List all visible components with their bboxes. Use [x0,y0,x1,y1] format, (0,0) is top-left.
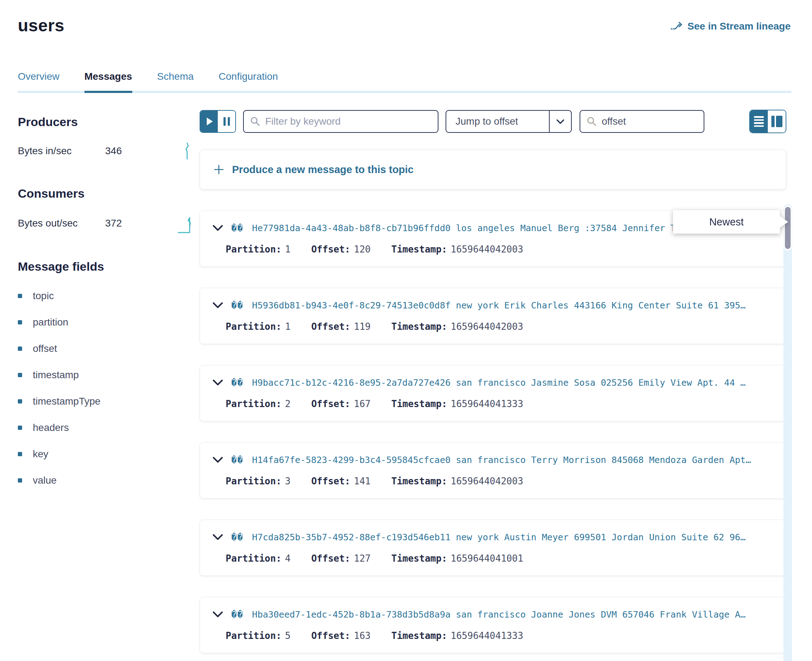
field-bullet-icon [18,320,22,324]
expand-chevron-icon[interactable] [213,302,223,309]
message-meta: Partition:1 Offset:119 Timestamp:1659644… [213,321,775,332]
expand-chevron-icon[interactable] [213,457,223,463]
message-summary: H14fa67fe-5823-4299-b3c4-595845cfcae0 sa… [252,455,751,465]
bytes-out-label: Bytes out/sec [18,217,105,229]
partition-value: 5 [285,631,291,641]
consumers-section: Consumers Bytes out/sec 372 [18,187,200,234]
list-view-icon [754,116,764,127]
message-summary: Hba30eed7-1edc-452b-8b1a-738d3b5d8a9a sa… [252,609,746,620]
timestamp-value: 1659644041001 [450,553,523,564]
field-item-topic[interactable]: topic [18,290,200,302]
timestamp-value: 1659644042003 [450,244,523,255]
play-icon [207,118,213,125]
expand-chevron-icon[interactable] [213,380,223,386]
offset-value: 167 [354,399,371,409]
message-fields-section: Message fields topic partition offset ti… [18,260,200,486]
field-bullet-icon [18,426,22,430]
undecodable-bytes: �� [231,377,243,388]
expand-chevron-icon[interactable] [213,225,223,232]
timestamp-value: 1659644041333 [450,399,523,409]
messages-panel: Jump to offset [200,93,786,653]
partition-value: 1 [285,321,291,332]
bytes-in-label: Bytes in/sec [18,145,105,157]
field-item-offset[interactable]: offset [18,343,200,354]
keyword-filter-input[interactable] [265,116,431,127]
field-item-partition[interactable]: partition [18,317,200,328]
newest-tooltip: Newest [673,210,780,234]
field-item-headers[interactable]: headers [18,422,200,433]
message-summary: He77981da-4a43-48ab-b8f8-cb71b96ffdd0 lo… [252,223,708,233]
consumers-heading: Consumers [18,187,200,201]
offset-value: 163 [354,631,371,641]
tab-overview[interactable]: Overview [18,71,59,93]
tab-schema[interactable]: Schema [157,71,194,93]
message-fields-list: topic partition offset timestamp timesta… [18,290,200,486]
offset-value: 127 [354,553,371,564]
field-item-key[interactable]: key [18,449,200,460]
offset-search [580,110,704,133]
message-row[interactable]: �� Hba30eed7-1edc-452b-8b1a-738d3b5d8a9a… [200,597,786,653]
page-header: users See in Stream lineage [0,0,812,35]
bytes-in-metric: Bytes in/sec 346 [18,141,200,161]
jump-to-offset-select[interactable]: Jump to offset [445,110,572,133]
live-consume-toggle [200,110,236,133]
view-mode-toggle [749,110,786,133]
offset-search-input[interactable] [602,116,730,127]
message-row[interactable]: �� H7cda825b-35b7-4952-88ef-c193d546eb11… [200,520,786,576]
undecodable-bytes: �� [231,455,243,465]
message-row[interactable]: �� H5936db81-b943-4e0f-8c29-74513e0c0d8f… [200,288,786,344]
undecodable-bytes: �� [231,532,243,543]
undecodable-bytes: �� [231,609,243,620]
produce-button-label: Produce a new message to this topic [232,164,413,176]
message-summary: H5936db81-b943-4e0f-8c29-74513e0c0d8f ne… [252,300,746,311]
tab-configuration[interactable]: Configuration [218,71,278,93]
search-icon [587,117,597,126]
lineage-arrow-icon [671,21,683,31]
bytes-in-sparkline [179,141,195,161]
search-icon [250,117,260,126]
message-meta: Partition:4 Offset:127 Timestamp:1659644… [213,553,775,564]
partition-value: 3 [285,476,291,487]
tab-bar: Overview Messages Schema Configuration [18,71,791,93]
scrollbar-track[interactable] [783,204,792,661]
field-item-timestamp[interactable]: timestamp [18,369,200,381]
timestamp-value: 1659644042003 [450,321,523,332]
message-fields-heading: Message fields [18,260,200,273]
plus-icon [213,164,224,175]
field-bullet-icon [18,294,22,298]
bytes-in-value: 346 [105,145,152,157]
expand-chevron-icon[interactable] [213,534,223,541]
topic-messages-page: users See in Stream lineage Overview Mes… [0,0,812,661]
page-title: users [18,16,64,35]
message-row[interactable]: �� H14fa67fe-5823-4299-b3c4-595845cfcae0… [200,442,786,498]
undecodable-bytes: �� [231,300,243,311]
pause-icon [224,117,230,126]
produce-message-button[interactable]: Produce a new message to this topic [200,150,786,190]
split-view-button[interactable] [768,110,786,133]
message-summary: H9bacc71c-b12c-4216-8e95-2a7da727e426 sa… [252,377,746,388]
scrollbar-thumb-wrap [784,206,792,251]
bytes-out-value: 372 [105,217,152,229]
undecodable-bytes: �� [231,223,243,233]
expand-chevron-icon[interactable] [213,612,223,618]
pause-button[interactable] [218,111,235,132]
partition-value: 1 [285,244,291,255]
play-button[interactable] [200,111,218,132]
offset-value: 120 [354,244,371,255]
keyword-filter [243,110,439,133]
field-bullet-icon [18,452,22,456]
message-meta: Partition:1 Offset:120 Timestamp:1659644… [213,244,775,255]
sidebar: Producers Bytes in/sec 346 Consumers Byt… [0,93,200,501]
tab-messages[interactable]: Messages [85,71,132,93]
list-view-button[interactable] [750,110,768,133]
message-row[interactable]: �� H9bacc71c-b12c-4216-8e95-2a7da727e426… [200,365,786,422]
field-item-timestampType[interactable]: timestampType [18,396,200,407]
message-meta: Partition:5 Offset:163 Timestamp:1659644… [213,631,775,641]
producers-heading: Producers [18,115,200,129]
stream-lineage-link[interactable]: See in Stream lineage [671,21,791,32]
message-summary: H7cda825b-35b7-4952-88ef-c193d546eb11 ne… [252,532,746,543]
scrollbar-thumb[interactable] [785,207,791,249]
lineage-link-label: See in Stream lineage [688,21,791,32]
field-item-value[interactable]: value [18,475,200,486]
bytes-out-sparkline [178,212,195,234]
